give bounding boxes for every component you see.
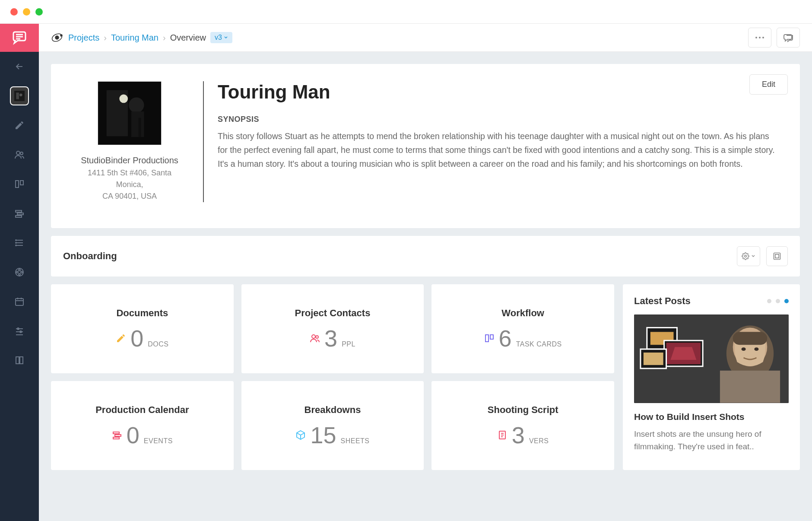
sidebar-item-strips[interactable] bbox=[5, 199, 34, 228]
stat-title: Production Calendar bbox=[95, 404, 189, 416]
content-area: Edit Studi bbox=[39, 52, 812, 521]
svg-point-6 bbox=[16, 151, 20, 155]
stat-card-calendar[interactable]: Production Calendar 0 EVENTS bbox=[51, 381, 234, 470]
breadcrumb-projects[interactable]: Projects bbox=[68, 33, 99, 43]
svg-point-65 bbox=[754, 347, 758, 351]
version-selector[interactable]: v3 bbox=[210, 32, 232, 43]
svg-rect-12 bbox=[16, 216, 22, 217]
stat-card-documents[interactable]: Documents 0 DOCS bbox=[51, 284, 234, 373]
messages-button[interactable] bbox=[777, 28, 800, 48]
svg-point-21 bbox=[21, 271, 22, 273]
svg-point-7 bbox=[20, 152, 23, 155]
layout-icon bbox=[773, 252, 781, 260]
stat-unit: PPL bbox=[342, 340, 355, 348]
sidebar-item-boards[interactable] bbox=[5, 169, 34, 199]
svg-point-33 bbox=[55, 36, 59, 39]
svg-point-31 bbox=[20, 331, 22, 333]
sidebar-item-book[interactable] bbox=[5, 346, 34, 375]
stat-card-breakdowns[interactable]: Breakdowns 15 SHEETS bbox=[241, 381, 424, 470]
svg-rect-24 bbox=[16, 299, 23, 305]
svg-rect-51 bbox=[490, 335, 493, 339]
stat-title: Shooting Script bbox=[488, 404, 558, 416]
sidebar-collapse-button[interactable] bbox=[5, 52, 34, 81]
svg-rect-71 bbox=[644, 353, 663, 365]
svg-rect-52 bbox=[113, 432, 119, 434]
sidebar-item-sliders[interactable] bbox=[5, 316, 34, 346]
topbar: Projects › Touring Man › Overview v3 bbox=[39, 24, 812, 52]
boards-icon bbox=[484, 333, 495, 343]
breadcrumb-project[interactable]: Touring Man bbox=[111, 33, 159, 43]
maximize-window-button[interactable] bbox=[35, 8, 43, 16]
post-thumbnail[interactable] bbox=[634, 315, 789, 403]
svg-point-37 bbox=[759, 37, 761, 38]
onboarding-layout-button[interactable] bbox=[766, 246, 788, 266]
carousel-dot-1[interactable] bbox=[767, 299, 771, 303]
svg-rect-46 bbox=[774, 253, 780, 260]
sidebar-item-project-thumb[interactable] bbox=[10, 86, 29, 105]
sidebar-item-contacts[interactable] bbox=[5, 140, 34, 169]
ellipsis-icon bbox=[755, 36, 764, 39]
svg-point-17 bbox=[16, 242, 16, 243]
company-name: StudioBinder Productions bbox=[81, 156, 178, 165]
svg-rect-10 bbox=[16, 210, 22, 212]
traffic-lights bbox=[10, 8, 43, 16]
cube-icon bbox=[295, 430, 306, 440]
svg-rect-50 bbox=[485, 335, 488, 342]
post-title[interactable]: How to Build Insert Shots bbox=[634, 412, 789, 422]
svg-rect-53 bbox=[115, 435, 121, 436]
stat-value: 0 bbox=[130, 327, 143, 350]
carousel-dot-3[interactable] bbox=[784, 299, 789, 303]
more-options-button[interactable] bbox=[748, 28, 771, 48]
onboarding-title: Onboarding bbox=[63, 251, 117, 262]
chevron-down-icon bbox=[224, 35, 228, 40]
project-poster[interactable] bbox=[98, 81, 162, 145]
close-window-button[interactable] bbox=[10, 8, 18, 16]
onboarding-settings-button[interactable] bbox=[737, 246, 760, 266]
svg-point-22 bbox=[19, 273, 20, 275]
svg-point-35 bbox=[60, 35, 62, 36]
carousel-dot-2[interactable] bbox=[776, 299, 780, 303]
pencil-icon bbox=[116, 333, 126, 343]
onboarding-header: Onboarding bbox=[51, 236, 800, 276]
stat-unit: EVENTS bbox=[144, 437, 173, 445]
version-label: v3 bbox=[215, 34, 222, 41]
sidebar-item-edit[interactable] bbox=[5, 111, 34, 140]
breadcrumb: Projects › Touring Man › Overview v3 bbox=[68, 32, 232, 43]
svg-point-38 bbox=[762, 37, 764, 38]
stat-title: Documents bbox=[116, 308, 168, 319]
svg-point-48 bbox=[312, 335, 315, 338]
stat-card-script[interactable]: Shooting Script 3 VERS bbox=[431, 381, 614, 470]
edit-button[interactable]: Edit bbox=[749, 74, 788, 95]
svg-point-5 bbox=[19, 94, 22, 97]
people-icon bbox=[310, 333, 320, 343]
sidebar-item-reel[interactable] bbox=[5, 257, 34, 287]
stat-value: 3 bbox=[512, 423, 525, 447]
company-address: 1411 5th St #406, Santa Monica, CA 90401… bbox=[73, 167, 186, 202]
latest-posts-card: Latest Posts bbox=[623, 284, 800, 470]
stat-value: 3 bbox=[324, 327, 337, 350]
stat-title: Workflow bbox=[501, 308, 544, 319]
gear-icon bbox=[742, 252, 749, 260]
svg-rect-44 bbox=[139, 118, 141, 137]
synopsis-text: This story follows Stuart as he attempts… bbox=[218, 129, 777, 171]
stat-card-contacts[interactable]: Project Contacts 3 PPL bbox=[241, 284, 424, 373]
chat-icon bbox=[783, 32, 793, 43]
svg-rect-4 bbox=[16, 92, 19, 99]
app-logo[interactable] bbox=[0, 24, 39, 52]
svg-point-29 bbox=[17, 328, 19, 330]
script-icon bbox=[497, 430, 508, 440]
stat-unit: TASK CARDS bbox=[516, 340, 562, 348]
stat-card-workflow[interactable]: Workflow 6 TASK CARDS bbox=[431, 284, 614, 373]
sidebar-item-list[interactable] bbox=[5, 228, 34, 257]
stat-value: 6 bbox=[499, 327, 512, 350]
svg-rect-66 bbox=[720, 371, 780, 403]
stat-unit: SHEETS bbox=[341, 437, 370, 445]
svg-rect-11 bbox=[17, 213, 23, 215]
svg-point-45 bbox=[745, 255, 747, 257]
sidebar-item-calendar[interactable] bbox=[5, 287, 34, 316]
svg-point-23 bbox=[16, 271, 18, 273]
chevron-right-icon: › bbox=[163, 33, 166, 43]
svg-rect-47 bbox=[775, 254, 779, 258]
stat-value: 15 bbox=[310, 423, 336, 447]
minimize-window-button[interactable] bbox=[23, 8, 30, 16]
